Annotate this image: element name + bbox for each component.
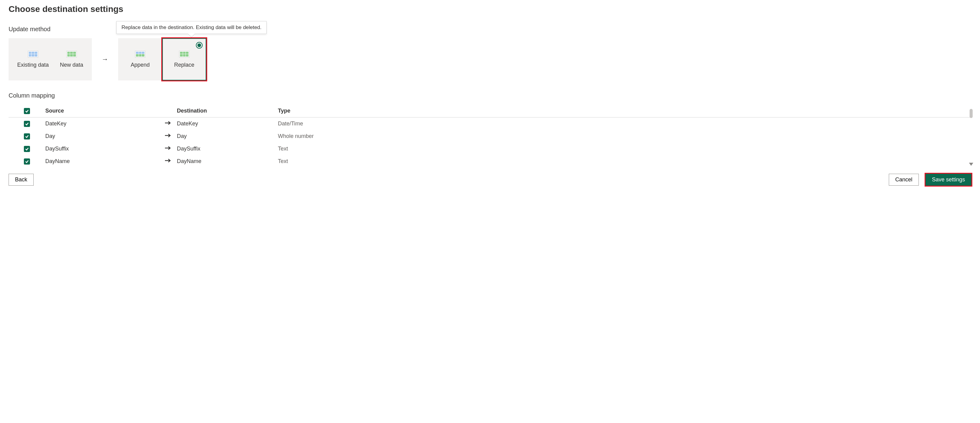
legend-new-label: New data <box>60 62 83 68</box>
arrow-right-icon <box>164 120 171 127</box>
table-row: DateKey DateKey Date/Time <box>9 117 971 130</box>
new-data-icon <box>67 51 77 57</box>
cancel-button[interactable]: Cancel <box>889 174 919 185</box>
method-options: Append Replace <box>118 38 206 81</box>
back-button[interactable]: Back <box>9 174 33 185</box>
row-destination: DayName <box>177 158 278 165</box>
arrow-right-icon <box>164 158 171 165</box>
row-checkbox[interactable] <box>24 146 30 152</box>
row-checkbox[interactable] <box>24 133 30 139</box>
header-source[interactable]: Source <box>45 108 159 114</box>
save-settings-button[interactable]: Save settings <box>926 174 971 185</box>
row-checkbox[interactable] <box>24 158 30 165</box>
table-row: Day Day Whole number <box>9 130 971 143</box>
arrow-right-icon: → <box>102 55 108 63</box>
row-destination: DateKey <box>177 120 278 127</box>
row-type: Text <box>278 158 971 165</box>
scrollbar-thumb[interactable] <box>970 109 973 118</box>
replace-tooltip: Replace data in the destination. Existin… <box>116 21 267 34</box>
row-source: DayName <box>45 158 159 165</box>
method-append-label: Append <box>131 62 150 68</box>
legend-new: New data <box>60 51 83 68</box>
append-icon <box>135 51 145 57</box>
legend-card: Existing data New data <box>9 38 92 81</box>
mapping-table: Source Destination Type DateKey DateKey … <box>9 105 971 168</box>
footer: Back Cancel Save settings <box>9 174 971 185</box>
selected-radio-icon <box>196 42 203 49</box>
row-source: DaySuffix <box>45 146 159 152</box>
method-replace-label: Replace <box>174 62 194 68</box>
row-checkbox[interactable] <box>24 121 30 127</box>
row-source: Day <box>45 133 159 139</box>
scroll-down-icon[interactable] <box>969 163 973 166</box>
row-destination: Day <box>177 133 278 139</box>
select-all-checkbox[interactable] <box>24 108 30 114</box>
row-type: Whole number <box>278 133 971 139</box>
row-source: DateKey <box>45 120 159 127</box>
table-header: Source Destination Type <box>9 105 971 117</box>
row-type: Date/Time <box>278 120 971 127</box>
row-type: Text <box>278 146 971 152</box>
legend-existing-label: Existing data <box>17 62 49 68</box>
row-destination: DaySuffix <box>177 146 278 152</box>
header-destination[interactable]: Destination <box>177 108 278 114</box>
existing-data-icon <box>28 51 38 57</box>
method-append[interactable]: Append <box>118 38 162 81</box>
column-mapping-label: Column mapping <box>9 92 971 99</box>
legend-existing: Existing data <box>17 51 49 68</box>
header-type[interactable]: Type <box>278 108 971 114</box>
update-method-row: Replace data in the destination. Existin… <box>9 38 971 81</box>
page-title: Choose destination settings <box>9 4 971 14</box>
method-replace[interactable]: Replace <box>162 38 206 81</box>
table-row: DayName DayName Text <box>9 155 971 168</box>
arrow-right-icon <box>164 133 171 139</box>
table-row: DaySuffix DaySuffix Text <box>9 143 971 155</box>
replace-icon <box>179 51 189 57</box>
arrow-right-icon <box>164 146 171 152</box>
